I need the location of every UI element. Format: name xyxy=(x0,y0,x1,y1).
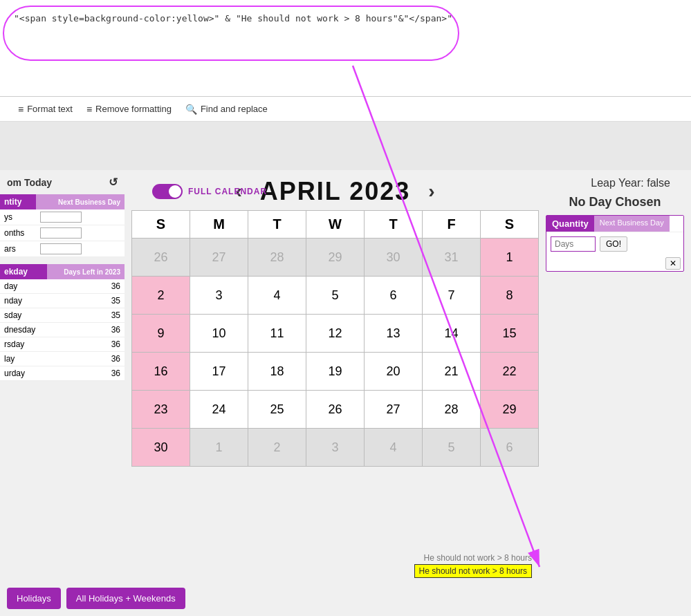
calendar-day[interactable]: 2 xyxy=(132,277,190,315)
table-row: sday 35 xyxy=(0,308,125,323)
weekday-label: rsday xyxy=(0,337,47,352)
weekday-label: lay xyxy=(0,352,47,366)
toolbar: ≡ Format text ≡ Remove formatting 🔍 Find… xyxy=(0,97,691,122)
calendar-day[interactable]: 17 xyxy=(190,353,248,391)
no-day-chosen-text: No Day Chosen xyxy=(546,195,684,209)
calendar-day[interactable]: 6 xyxy=(365,277,423,315)
calendar-day[interactable]: 3 xyxy=(190,277,248,315)
gray-spacer xyxy=(0,122,691,170)
table-row: onths xyxy=(0,225,125,241)
days-left-value: 36 xyxy=(47,323,125,337)
quantity-table: ntity Next Business Day ys onths ars xyxy=(0,194,125,257)
remove-formatting-button[interactable]: ≡ Remove formatting xyxy=(80,101,178,118)
calendar-day[interactable]: 6 xyxy=(481,429,539,467)
table-row: day 36 xyxy=(0,279,125,294)
calendar-day[interactable]: 20 xyxy=(365,353,423,391)
refresh-icon[interactable]: ↺ xyxy=(109,176,118,189)
calendar-day[interactable]: 21 xyxy=(423,353,481,391)
calendar-day[interactable]: 18 xyxy=(248,353,306,391)
calendar-day[interactable]: 30 xyxy=(132,429,190,467)
calendar-day[interactable]: 25 xyxy=(248,391,306,429)
main-content: om Today ↺ ntity Next Business Day ys on… xyxy=(0,170,691,616)
table-row: nday 35 xyxy=(0,294,125,308)
weekday-label: day xyxy=(0,279,47,294)
find-replace-label: Find and replace xyxy=(201,104,268,114)
calendar-day[interactable]: 14 xyxy=(423,315,481,353)
left-panel: om Today ↺ ntity Next Business Day ys on… xyxy=(0,170,125,616)
qty-panel-header: Quantity Next Business Day xyxy=(546,216,683,232)
next-month-arrow[interactable]: › xyxy=(421,180,441,203)
calendar-day[interactable]: 30 xyxy=(365,239,423,277)
day-header: S xyxy=(132,211,190,239)
all-holidays-button[interactable]: All Holidays + Weekends xyxy=(66,588,185,609)
toggle-switch[interactable] xyxy=(152,184,183,199)
day-header: T xyxy=(248,211,306,239)
calendar-day[interactable]: 23 xyxy=(132,391,190,429)
format-text-button[interactable]: ≡ Format text xyxy=(11,101,80,118)
calendar-day[interactable]: 1 xyxy=(190,429,248,467)
calendar-day[interactable]: 1 xyxy=(481,239,539,277)
calendar-day[interactable]: 28 xyxy=(248,239,306,277)
table-row: dnesday 36 xyxy=(0,323,125,337)
day-header: F xyxy=(423,211,481,239)
quantity-panel: Quantity Next Business Day GO! ✕ xyxy=(546,215,684,272)
calendar-day[interactable]: 26 xyxy=(132,239,190,277)
toggle-knob xyxy=(169,185,181,198)
calendar-day[interactable]: 8 xyxy=(481,277,539,315)
calendar-day[interactable]: 28 xyxy=(423,391,481,429)
calendar-day[interactable]: 27 xyxy=(365,391,423,429)
calendar-day[interactable]: 19 xyxy=(306,353,365,391)
calendar-day[interactable]: 24 xyxy=(190,391,248,429)
calendar-day[interactable]: 13 xyxy=(365,315,423,353)
calendar-day[interactable]: 29 xyxy=(481,391,539,429)
qty-panel-title: Quantity xyxy=(546,216,594,232)
calendar-day[interactable]: 27 xyxy=(190,239,248,277)
qty-input-field[interactable] xyxy=(40,227,82,239)
from-today-label: om Today xyxy=(7,177,52,188)
calendar-day[interactable]: 4 xyxy=(248,277,306,315)
calendar-day[interactable]: 31 xyxy=(423,239,481,277)
weekday-label: sday xyxy=(0,308,47,323)
calendar-week-row: 2345678 xyxy=(132,277,539,315)
calendar-day[interactable]: 15 xyxy=(481,315,539,353)
calendar-day[interactable]: 10 xyxy=(190,315,248,353)
calendar-day[interactable]: 26 xyxy=(306,391,365,429)
table-row: lay 36 xyxy=(0,352,125,366)
day-header: W xyxy=(306,211,365,239)
calendar-day[interactable]: 5 xyxy=(423,429,481,467)
remove-formatting-label: Remove formatting xyxy=(95,104,172,114)
holidays-button[interactable]: Holidays xyxy=(7,588,61,609)
calendar-day[interactable]: 22 xyxy=(481,353,539,391)
qty-input-field[interactable] xyxy=(40,243,82,254)
qty-input-field[interactable] xyxy=(40,212,82,223)
calendar-day[interactable]: 4 xyxy=(365,429,423,467)
table-row: ars xyxy=(0,241,125,257)
row-label: ars xyxy=(0,241,36,257)
weekday-table: ekday Days Left in 2023 day 36nday 35sda… xyxy=(0,264,125,381)
weekday-label: dnesday xyxy=(0,323,47,337)
days-left-value: 36 xyxy=(47,279,125,294)
days-left-value: 36 xyxy=(47,352,125,366)
go-button[interactable]: GO! xyxy=(600,236,627,252)
find-replace-button[interactable]: 🔍 Find and replace xyxy=(178,101,275,118)
close-button[interactable]: ✕ xyxy=(665,257,681,270)
next-biz-header: Next Business Day xyxy=(36,194,125,209)
calendar-day[interactable]: 12 xyxy=(306,315,365,353)
calendar-day[interactable]: 29 xyxy=(306,239,365,277)
calendar-day[interactable]: 3 xyxy=(306,429,365,467)
calendar-week-row: 23242526272829 xyxy=(132,391,539,429)
calendar-day[interactable]: 9 xyxy=(132,315,190,353)
day-header: S xyxy=(481,211,539,239)
day-header: T xyxy=(365,211,423,239)
calendar-day[interactable]: 2 xyxy=(248,429,306,467)
days-left-header: Days Left in 2023 xyxy=(47,264,125,279)
month-title: APRIL 2023 xyxy=(260,177,410,206)
calendar-day[interactable]: 16 xyxy=(132,353,190,391)
weekday-header: ekday xyxy=(0,264,47,279)
toggle-container: FULL CALENDAR xyxy=(152,184,267,199)
calendar-day[interactable]: 7 xyxy=(423,277,481,315)
note-yellow: He should not work > 8 hours xyxy=(414,564,532,578)
calendar-day[interactable]: 5 xyxy=(306,277,365,315)
calendar-day[interactable]: 11 xyxy=(248,315,306,353)
days-input[interactable] xyxy=(551,236,596,252)
